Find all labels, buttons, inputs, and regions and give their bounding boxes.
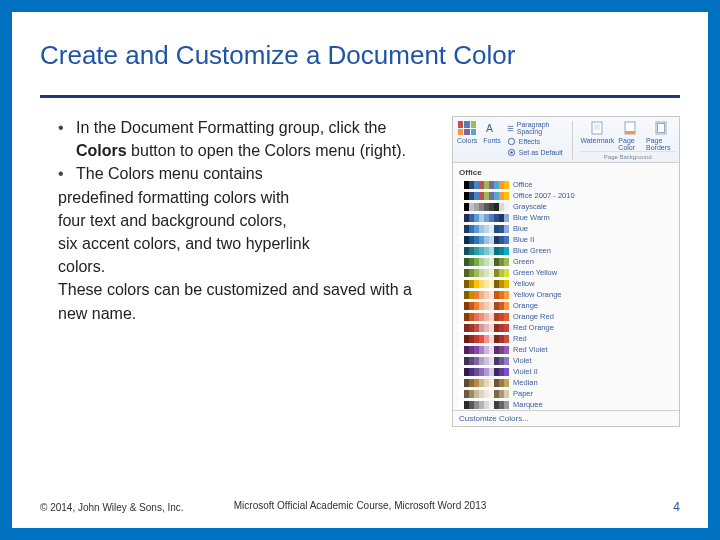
theme-name: Median (513, 378, 538, 387)
effects-icon (507, 137, 516, 146)
theme-row[interactable]: Violet (453, 355, 679, 366)
theme-name: Green Yellow (513, 268, 557, 277)
theme-swatches (459, 390, 509, 398)
bullet-2-cont3: six accent colors, and two hyperlink (58, 232, 440, 255)
body-row: In the Document Formatting group, click … (40, 116, 680, 427)
bullet-dot (58, 162, 76, 185)
theme-list: OfficeOffice 2007 - 2010GrayscaleBlue Wa… (453, 179, 679, 410)
page-borders-button[interactable]: Page Borders (646, 121, 675, 151)
theme-swatches (459, 313, 509, 321)
page-color-icon (623, 121, 637, 135)
bullet-2-cont5: These colors can be customized and saved… (58, 278, 440, 324)
theme-name: Red (513, 334, 527, 343)
slide: Create and Customize a Document Color In… (0, 0, 720, 540)
page-color-label: Page Color (618, 137, 642, 151)
svg-point-3 (510, 151, 513, 154)
theme-swatches (459, 214, 509, 222)
theme-swatches (459, 269, 509, 277)
theme-swatches (459, 247, 509, 255)
bullet-1: In the Document Formatting group, click … (58, 116, 440, 162)
theme-name: Violet II (513, 367, 538, 376)
bullet-2-cont2: four text and background colors, (58, 209, 440, 232)
colors-button[interactable]: Colors (457, 121, 477, 144)
bullet-2-text: The Colors menu contains (76, 162, 440, 185)
bullet-1-bold: Colors (76, 142, 127, 159)
bullet-2-cont1: predefined formatting colors with (58, 186, 440, 209)
ribbon: Colors A Fonts Paragraph Spacing Effects… (453, 117, 679, 163)
footer: © 2014, John Wiley & Sons, Inc. Microsof… (40, 500, 680, 514)
theme-name: Red Orange (513, 323, 554, 332)
paragraph-spacing-icon (507, 124, 514, 133)
theme-row[interactable]: Grayscale (453, 201, 679, 212)
theme-row[interactable]: Violet II (453, 366, 679, 377)
page-borders-icon (654, 121, 668, 135)
ribbon-separator (572, 121, 573, 160)
footer-center: Microsoft Official Academic Course, Micr… (40, 500, 680, 511)
page-color-button[interactable]: Page Color (618, 121, 642, 151)
colors-dropdown: Office OfficeOffice 2007 - 2010Grayscale… (453, 163, 679, 426)
theme-swatches (459, 324, 509, 332)
bullet-dot (58, 116, 76, 162)
theme-swatches (459, 291, 509, 299)
bullet-2-cont4: colors. (58, 255, 440, 278)
theme-swatches (459, 346, 509, 354)
watermark-button[interactable]: Watermark (580, 121, 614, 151)
bullet-2: The Colors menu contains (58, 162, 440, 185)
set-default-button[interactable]: Set as Default (507, 148, 564, 157)
theme-swatches (459, 368, 509, 376)
theme-swatches (459, 192, 509, 200)
effects-label: Effects (519, 138, 540, 145)
theme-row[interactable]: Blue II (453, 234, 679, 245)
theme-row[interactable]: Green Yellow (453, 267, 679, 278)
theme-swatches (459, 258, 509, 266)
bullet-1-text: In the Document Formatting group, click … (76, 116, 440, 162)
theme-row[interactable]: Red Violet (453, 344, 679, 355)
theme-name: Green (513, 257, 534, 266)
svg-rect-6 (625, 131, 635, 134)
theme-row[interactable]: Blue Green (453, 245, 679, 256)
theme-row[interactable]: Red Orange (453, 322, 679, 333)
theme-row[interactable]: Paper (453, 388, 679, 399)
theme-row[interactable]: Orange Red (453, 311, 679, 322)
watermark-label: Watermark (580, 137, 614, 144)
theme-swatches (459, 280, 509, 288)
svg-point-1 (508, 138, 514, 144)
set-default-icon (507, 148, 516, 157)
theme-row[interactable]: Median (453, 377, 679, 388)
theme-row[interactable]: Yellow (453, 278, 679, 289)
theme-row[interactable]: Blue (453, 223, 679, 234)
customize-colors[interactable]: Customize Colors... (453, 410, 679, 426)
theme-swatches (459, 335, 509, 343)
svg-rect-4 (592, 122, 602, 134)
theme-row[interactable]: Orange (453, 300, 679, 311)
theme-swatches (459, 225, 509, 233)
paragraph-spacing-button[interactable]: Paragraph Spacing (507, 121, 564, 135)
theme-swatches (459, 357, 509, 365)
ribbon-options: Paragraph Spacing Effects Set as Default (507, 121, 564, 157)
effects-button[interactable]: Effects (507, 137, 564, 146)
svg-text:A: A (486, 122, 493, 134)
theme-row[interactable]: Blue Warm (453, 212, 679, 223)
page-borders-label: Page Borders (646, 137, 675, 151)
theme-row[interactable]: Office 2007 - 2010 (453, 190, 679, 201)
theme-name: Blue II (513, 235, 534, 244)
theme-name: Orange (513, 301, 538, 310)
theme-row[interactable]: Yellow Orange (453, 289, 679, 300)
slide-title: Create and Customize a Document Color (40, 40, 680, 77)
colors-label: Colors (457, 137, 477, 144)
theme-row[interactable]: Office (453, 179, 679, 190)
theme-swatches (459, 401, 509, 409)
theme-swatches (459, 379, 509, 387)
bullet-1-post: button to open the Colors menu (right). (127, 142, 406, 159)
theme-name: Orange Red (513, 312, 554, 321)
theme-name: Yellow (513, 279, 534, 288)
text-column: In the Document Formatting group, click … (40, 116, 440, 427)
title-underline (40, 95, 680, 98)
theme-name: Violet (513, 356, 532, 365)
fonts-button[interactable]: A Fonts (483, 121, 501, 144)
theme-row[interactable]: Red (453, 333, 679, 344)
theme-name: Yellow Orange (513, 290, 562, 299)
theme-row[interactable]: Green (453, 256, 679, 267)
theme-row[interactable]: Marquee (453, 399, 679, 410)
theme-swatches (459, 302, 509, 310)
